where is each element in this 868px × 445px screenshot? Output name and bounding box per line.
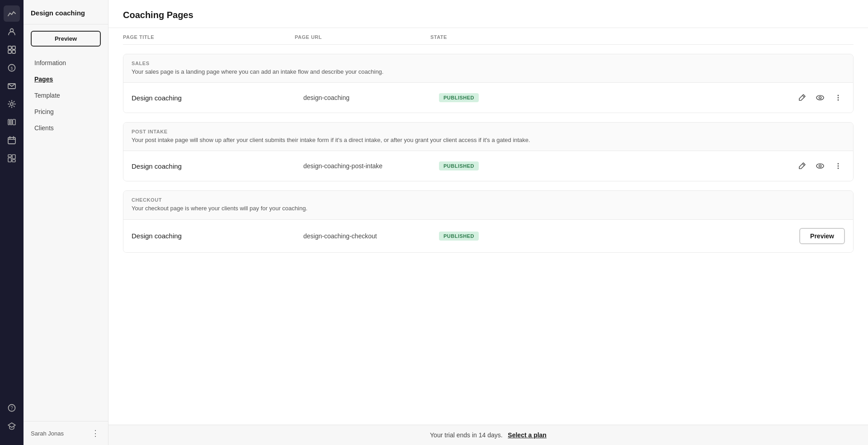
status-badge: PUBLISHED xyxy=(439,93,479,102)
status-badge: PUBLISHED xyxy=(439,232,479,241)
section-sales-desc: Your sales page is a landing page where … xyxy=(132,68,845,76)
svg-rect-19 xyxy=(12,160,15,162)
nav-icon-graduation[interactable] xyxy=(4,418,20,434)
trial-bar: Your trial ends in 14 days. Select a pla… xyxy=(108,425,868,445)
sidebar-menu-button[interactable]: ⋮ xyxy=(90,428,101,439)
section-post-intake-desc: Your post intake page will show up after… xyxy=(132,136,845,144)
nav-icon-calendar[interactable] xyxy=(4,132,20,148)
sidebar: Design coaching Preview Information Page… xyxy=(24,0,108,445)
section-checkout: CHECKOUT Your checkout page is where you… xyxy=(123,190,854,252)
svg-rect-11 xyxy=(13,119,15,125)
sidebar-preview-button[interactable]: Preview xyxy=(31,31,101,47)
svg-point-32 xyxy=(838,163,839,165)
section-sales-label: SALES xyxy=(132,61,845,66)
nav-icon-dashboard[interactable] xyxy=(4,42,20,58)
svg-point-31 xyxy=(819,165,821,167)
nav-icon-tools[interactable] xyxy=(4,150,20,166)
row-state: PUBLISHED xyxy=(439,93,529,102)
edit-icon[interactable] xyxy=(795,159,809,173)
eye-icon[interactable] xyxy=(813,91,827,104)
section-post-intake-info: POST INTAKE Your post intake page will s… xyxy=(123,123,853,151)
sidebar-item-template[interactable]: Template xyxy=(27,88,104,103)
row-title: Design coaching xyxy=(132,94,303,102)
main-header: Coaching Pages xyxy=(108,0,868,28)
sidebar-item-pricing[interactable]: Pricing xyxy=(27,104,104,119)
eye-icon[interactable] xyxy=(813,159,827,173)
nav-icon-library[interactable] xyxy=(4,114,20,130)
col-header-actions xyxy=(521,34,854,40)
svg-rect-10 xyxy=(10,119,12,125)
svg-point-34 xyxy=(838,168,839,169)
svg-rect-17 xyxy=(12,155,15,159)
row-state: PUBLISHED xyxy=(439,161,529,170)
svg-rect-1 xyxy=(8,46,11,49)
table-row: Design coaching design-coaching-checkout… xyxy=(123,220,853,252)
nav-icon-settings[interactable] xyxy=(4,96,20,112)
svg-point-26 xyxy=(838,95,839,96)
col-header-url: PAGE URL xyxy=(295,34,430,40)
table-row: Design coaching design-coaching-post-int… xyxy=(123,151,853,181)
svg-rect-18 xyxy=(8,158,11,162)
nav-icon-help[interactable]: ? xyxy=(4,400,20,416)
checkout-preview-button[interactable]: Preview xyxy=(799,228,845,244)
select-plan-link[interactable]: Select a plan xyxy=(508,431,547,439)
sidebar-item-clients[interactable]: Clients xyxy=(27,120,104,136)
sidebar-product-name: Design coaching xyxy=(24,0,108,24)
section-checkout-label: CHECKOUT xyxy=(132,197,845,203)
svg-text:?: ? xyxy=(10,406,13,411)
main-area: Coaching Pages PAGE TITLE PAGE URL STATE… xyxy=(108,0,868,445)
row-url: design-coaching xyxy=(303,94,439,101)
sidebar-item-information[interactable]: Information xyxy=(27,55,104,71)
page-title: Coaching Pages xyxy=(123,10,854,20)
row-url: design-coaching-post-intake xyxy=(303,162,439,170)
main-content: PAGE TITLE PAGE URL STATE SALES Your sal… xyxy=(108,28,868,425)
svg-rect-4 xyxy=(12,50,15,53)
sidebar-nav: Information Pages Template Pricing Clien… xyxy=(24,51,108,140)
row-state: PUBLISHED xyxy=(439,232,529,241)
sidebar-footer: Sarah Jonas ⋮ xyxy=(24,421,108,445)
svg-rect-16 xyxy=(8,155,11,157)
more-icon[interactable] xyxy=(831,159,845,173)
svg-point-8 xyxy=(10,103,13,105)
svg-rect-2 xyxy=(12,46,15,49)
trial-text: Your trial ends in 14 days. xyxy=(430,431,503,439)
row-url: design-coaching-checkout xyxy=(303,232,439,240)
section-post-intake-label: POST INTAKE xyxy=(132,129,845,134)
nav-icon-mail[interactable] xyxy=(4,78,20,94)
svg-point-25 xyxy=(819,97,821,99)
icon-bar: $ xyxy=(0,0,24,445)
edit-icon[interactable] xyxy=(795,91,809,104)
svg-point-24 xyxy=(816,95,824,100)
row-title: Design coaching xyxy=(132,232,303,240)
col-header-state: STATE xyxy=(430,34,521,40)
svg-point-33 xyxy=(838,166,839,167)
col-header-title: PAGE TITLE xyxy=(123,34,295,40)
row-actions xyxy=(529,91,845,104)
status-badge: PUBLISHED xyxy=(439,161,479,170)
section-post-intake: POST INTAKE Your post intake page will s… xyxy=(123,122,854,181)
svg-point-27 xyxy=(838,97,839,99)
table-row: Design coaching design-coaching PUBLISHE… xyxy=(123,83,853,113)
sidebar-user-name: Sarah Jonas xyxy=(31,430,64,437)
row-actions: Preview xyxy=(529,228,845,244)
svg-point-30 xyxy=(816,164,824,168)
svg-rect-9 xyxy=(8,119,9,125)
section-sales: SALES Your sales page is a landing page … xyxy=(123,54,854,113)
svg-point-28 xyxy=(838,99,839,101)
nav-icon-money[interactable]: $ xyxy=(4,60,20,76)
nav-icon-users[interactable] xyxy=(4,24,20,40)
section-checkout-desc: Your checkout page is where your clients… xyxy=(132,204,845,213)
more-icon[interactable] xyxy=(831,91,845,104)
row-actions xyxy=(529,159,845,173)
section-checkout-info: CHECKOUT Your checkout page is where you… xyxy=(123,191,853,219)
svg-rect-12 xyxy=(8,137,15,144)
section-sales-info: SALES Your sales page is a landing page … xyxy=(123,54,853,83)
row-title: Design coaching xyxy=(132,162,303,170)
table-header: PAGE TITLE PAGE URL STATE xyxy=(123,28,854,45)
nav-icon-analytics[interactable] xyxy=(4,5,20,22)
sidebar-item-pages[interactable]: Pages xyxy=(27,71,104,87)
svg-rect-3 xyxy=(8,50,11,53)
svg-text:$: $ xyxy=(10,66,13,71)
